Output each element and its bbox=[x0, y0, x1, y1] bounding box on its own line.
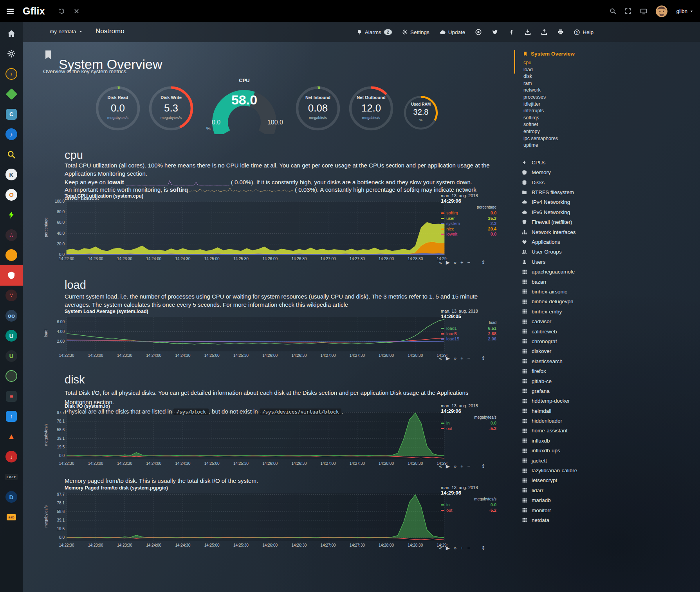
menu-section-btrfs-filesystem[interactable]: BTRFS filesystem bbox=[514, 187, 695, 197]
menu-sub-softnet[interactable]: softnet bbox=[514, 121, 695, 128]
menu-sub-load[interactable]: load bbox=[514, 67, 695, 74]
legend-softirq[interactable]: softirq0.0 bbox=[441, 211, 496, 216]
menu-app-binhex-delugevpn[interactable]: binhex-delugevpn bbox=[514, 297, 695, 306]
close-icon[interactable] bbox=[74, 8, 79, 14]
chart-zoom-out-button[interactable]: − bbox=[467, 259, 471, 265]
chart-zoom-out-button[interactable]: − bbox=[467, 463, 471, 469]
legend-in[interactable]: in0.0 bbox=[441, 502, 496, 508]
chart-play-button[interactable]: ▶ bbox=[446, 355, 450, 361]
sidebar-app-home[interactable] bbox=[0, 23, 23, 44]
server-dropdown[interactable]: my-netdata bbox=[50, 29, 83, 34]
menu-app-jackett[interactable]: jackett bbox=[514, 455, 695, 465]
menu-app-calibreweb[interactable]: calibreweb bbox=[514, 326, 695, 336]
legend-load5[interactable]: load52.68 bbox=[441, 331, 496, 337]
menu-section-firewall-netfilter[interactable]: Firewall (netfilter) bbox=[514, 217, 695, 227]
menu-app-binhex-emby[interactable]: binhex-emby bbox=[514, 307, 695, 317]
chart-pan-back-button[interactable]: « bbox=[439, 463, 442, 469]
menu-sub-softirqs[interactable]: softirqs bbox=[514, 115, 695, 122]
menu-section-cpus[interactable]: CPUs bbox=[514, 158, 695, 167]
export-button[interactable] bbox=[541, 29, 547, 35]
menu-section-ipv6-networking[interactable]: IPv6 Networking bbox=[514, 207, 695, 217]
menu-sub-entropy[interactable]: entropy bbox=[514, 128, 695, 135]
settings-button[interactable]: Settings bbox=[402, 29, 429, 35]
menu-app-grafana[interactable]: grafana bbox=[514, 386, 695, 396]
print-button[interactable] bbox=[557, 29, 564, 35]
menu-sub-uptime[interactable]: uptime bbox=[514, 142, 695, 149]
chart-resize-handle[interactable]: ⇕ bbox=[481, 355, 485, 361]
gauge-disk-read[interactable]: Disk Read 0.0 megabytes/s bbox=[94, 85, 141, 132]
sidebar-app-airsonic[interactable]: ♪ bbox=[0, 124, 23, 145]
menu-app-netdata[interactable]: netdata bbox=[514, 515, 695, 525]
softirq-sparkline[interactable] bbox=[189, 187, 293, 193]
legend-nice[interactable]: nice20.4 bbox=[441, 227, 496, 232]
sidebar-app-unmanic[interactable]: U bbox=[0, 326, 23, 346]
menu-section-ipv4-networking[interactable]: IPv4 Networking bbox=[514, 197, 695, 207]
menu-app-letsencrypt[interactable]: letsencrypt bbox=[514, 475, 695, 485]
sidebar-app-krusader[interactable]: ∵ bbox=[0, 286, 23, 306]
alarms-button[interactable]: Alarms 2 bbox=[357, 29, 392, 35]
iowait-sparkline[interactable] bbox=[126, 180, 229, 186]
sidebar-app-nextcloud[interactable]: oo bbox=[0, 306, 23, 326]
sidebar-app-deluge[interactable]: D bbox=[0, 487, 23, 507]
menu-section-user-groups[interactable]: User Groups bbox=[514, 247, 695, 257]
sidebar-app-webtools[interactable] bbox=[0, 366, 23, 387]
chart-pan-back-button[interactable]: « bbox=[439, 545, 442, 551]
menu-sub-ipc-semaphores[interactable]: ipc semaphores bbox=[514, 135, 695, 142]
menu-app-home-assistant[interactable]: home-assistant bbox=[514, 426, 695, 435]
disk-chart-canvas[interactable]: 97.778.158.639.119.50.014:22:3014:23:001… bbox=[49, 409, 447, 466]
chart-zoom-in-button[interactable]: + bbox=[460, 545, 464, 551]
menu-sub-network[interactable]: network bbox=[514, 87, 695, 94]
sidebar-app-unraid[interactable]: U bbox=[0, 346, 23, 366]
legend-load15[interactable]: load152.06 bbox=[441, 336, 496, 342]
user-menu[interactable]: gilbn bbox=[676, 8, 694, 14]
sidebar-app-plex[interactable]: › bbox=[0, 64, 23, 84]
chart-play-button[interactable]: ▶ bbox=[446, 259, 450, 265]
legend-out[interactable]: out-5.3 bbox=[441, 426, 496, 432]
sidebar-app-settings[interactable] bbox=[0, 44, 23, 64]
sidebar-app-lazylibrarian[interactable]: LAZY bbox=[0, 467, 23, 487]
chart-zoom-out-button[interactable]: − bbox=[467, 355, 471, 361]
menu-sub-interrupts[interactable]: interrupts bbox=[514, 108, 695, 115]
legend-system[interactable]: system2.3 bbox=[441, 221, 496, 227]
sidebar-app-tautulli[interactable]: ∴ bbox=[0, 225, 23, 245]
gauge-net-outbound[interactable]: Net Outbound 12.0 megabits/s bbox=[348, 85, 395, 132]
github-link[interactable] bbox=[475, 29, 482, 35]
load-chart-canvas[interactable]: 6.004.002.0014:22:3014:23:0014:23:3014:2… bbox=[49, 315, 447, 358]
sidebar-app-kitana[interactable]: K bbox=[0, 165, 23, 185]
help-button[interactable]: ? Help bbox=[574, 29, 594, 35]
menu-app-firefox[interactable]: firefox bbox=[514, 366, 695, 376]
avatar[interactable] bbox=[656, 5, 668, 17]
menu-app-lazylibrarian-calibre[interactable]: lazylibrarian-calibre bbox=[514, 466, 695, 475]
menu-section-users[interactable]: Users bbox=[514, 257, 695, 267]
search-icon[interactable] bbox=[610, 8, 616, 14]
menu-section-applications[interactable]: Applications bbox=[514, 237, 695, 247]
chart-zoom-out-button[interactable]: − bbox=[467, 545, 471, 551]
legend-in[interactable]: in0.0 bbox=[441, 421, 496, 426]
menu-app-hiddenloader[interactable]: hiddenloader bbox=[514, 416, 695, 426]
chart-pan-fwd-button[interactable]: » bbox=[454, 545, 456, 551]
sidebar-app-ubooquity[interactable] bbox=[0, 245, 23, 266]
chart-resize-handle[interactable]: ⇕ bbox=[481, 259, 485, 265]
update-button[interactable]: Update bbox=[440, 29, 465, 35]
menu-section-network-interfaces[interactable]: Network Interfaces bbox=[514, 227, 695, 237]
chart-resize-handle[interactable]: ⇕ bbox=[481, 463, 485, 469]
chart-zoom-in-button[interactable]: + bbox=[460, 463, 464, 469]
menu-app-binhex-airsonic[interactable]: binhex-airsonic bbox=[514, 287, 695, 297]
sidebar-app-ombi[interactable]: O bbox=[0, 185, 23, 205]
facebook-link[interactable] bbox=[508, 29, 514, 35]
menu-app-gitlab-ce[interactable]: gitlab-ce bbox=[514, 376, 695, 386]
menu-app-influxdb[interactable]: influxdb bbox=[514, 436, 695, 446]
menu-app-influxdb-ups[interactable]: influxdb-ups bbox=[514, 446, 695, 455]
menu-app-lidarr[interactable]: lidarr bbox=[514, 486, 695, 495]
chart-pan-fwd-button[interactable]: » bbox=[454, 355, 456, 361]
tabs-icon[interactable] bbox=[640, 8, 647, 15]
sidebar-app-gitlab[interactable]: ▲ bbox=[0, 426, 23, 447]
gauge-used-ram[interactable]: Used RAM 32.8 % bbox=[403, 95, 439, 131]
chart-zoom-in-button[interactable]: + bbox=[460, 259, 464, 265]
menu-app-apacheguacamole[interactable]: apacheguacamole bbox=[514, 267, 695, 277]
menu-sub-ram[interactable]: ram bbox=[514, 80, 695, 87]
sidebar-app-sabnzbd[interactable]: sab bbox=[0, 507, 23, 527]
menu-sub-idlejitter[interactable]: idlejitter bbox=[514, 101, 695, 108]
cpu-chart-canvas[interactable]: 100.080.060.040.020.00.014:22:3014:23:00… bbox=[49, 199, 447, 262]
import-button[interactable] bbox=[525, 29, 531, 35]
